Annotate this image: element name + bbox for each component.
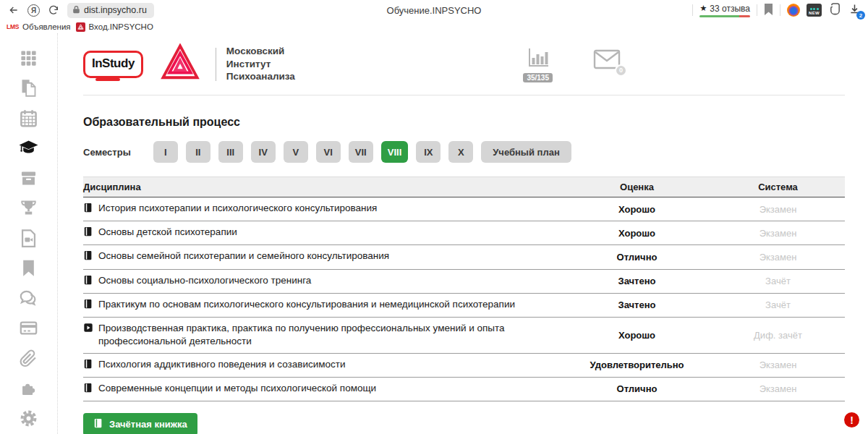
course-grade: Хорошо [563,330,711,341]
divider [216,48,216,81]
semester-tab-viii[interactable]: VIII [381,141,409,163]
course-grade: Удовлетворительно [563,359,711,370]
bookmark-lms[interactable]: LMS Объявления [7,22,71,31]
sidebar-item-attachments[interactable] [19,349,39,370]
page-title: Образовательный процесс [83,116,845,129]
course-grade: Зачтено [563,299,711,310]
star-icon: ★ [699,4,707,13]
course-system: Экзамен [711,359,845,370]
course-grade: Хорошо [563,204,711,215]
course-grade: Отлично [563,383,711,394]
sidebar-item-settings[interactable] [19,409,39,430]
sidebar-item-documents[interactable] [19,80,39,100]
lock-icon [72,5,80,16]
table-header: Дисциплина Оценка Система [83,176,845,197]
course-row[interactable]: Психология аддиктивного поведения и соза… [83,354,845,378]
book-icon [83,359,93,373]
curriculum-plan-button[interactable]: Учебный план [481,141,571,163]
progress-stats-button[interactable]: 35/135 [523,46,553,82]
semester-tab-ix[interactable]: IX [416,141,441,163]
course-row[interactable]: Основы детской психотерапииХорошоЭкзамен [83,221,845,245]
course-system: Зачёт [711,276,845,286]
semester-tab-vi[interactable]: VI [316,141,341,163]
sidebar-item-integrations[interactable] [19,380,39,400]
messages-badge: 0 [615,64,627,77]
refresh-button[interactable] [47,4,60,17]
course-row[interactable]: Основы социально-психологического тренин… [83,270,845,294]
course-system: Экзамен [711,383,845,394]
sidebar-item-education[interactable] [19,140,39,160]
downloads-button[interactable]: 2 [848,3,861,17]
course-name: Основы социально-психологического тренин… [83,274,563,289]
semester-tab-i[interactable]: I [153,141,178,163]
institute-name: Московский Институт Психоанализа [226,45,295,83]
credit-card-icon [19,318,38,341]
course-row[interactable]: Практикум по основам психологического ко… [83,294,845,318]
extension-icon[interactable] [828,3,842,18]
semester-tab-iv[interactable]: IV [251,141,276,163]
site-reviews-button[interactable]: ★ 33 отзыва [699,4,750,17]
course-row[interactable]: Производственная практика, практика по п… [83,318,845,353]
column-grade: Оценка [563,182,711,192]
course-name: Производственная практика, практика по п… [83,322,563,348]
bookmark-flag-icon[interactable] [764,4,773,17]
sidebar-item-calendar[interactable] [19,109,39,129]
gear-icon [19,409,38,431]
sidebar-item-bookmarks[interactable] [19,260,39,280]
semester-tab-v[interactable]: V [284,141,308,163]
book-icon [83,250,93,264]
course-name: Основы семейной психотерапии и семейного… [83,250,563,264]
book-icon [93,418,103,430]
browser-profile-icon[interactable]: Я [27,4,40,17]
course-row[interactable]: История психотерапии и психологического … [83,197,845,221]
lms-favicon: LMS [7,23,19,30]
course-system: Экзамен [711,252,845,263]
institute-logo[interactable] [161,43,200,85]
sidebar-item-messages[interactable] [19,289,39,310]
course-row[interactable]: Современные концепции и методы психологи… [83,378,845,401]
sidebar-item-payments[interactable] [19,320,39,340]
documents-icon [19,78,38,101]
new-extension-icon[interactable]: NEW [807,4,822,17]
book-icon [83,275,93,289]
error-alert-icon[interactable]: ! [844,412,859,427]
sidebar-item-dashboard[interactable] [19,49,39,69]
course-grade: Хорошо [563,228,711,239]
instudy-logo[interactable]: InStudy [83,51,143,78]
trophy-icon [19,198,38,221]
sidebar-item-video-materials[interactable] [19,229,39,250]
book-icon [83,203,93,216]
calendar-icon [19,109,38,131]
course-grade: Зачтено [563,276,711,286]
browser-extension-icon[interactable] [787,4,800,17]
course-row[interactable]: Основы семейной психотерапии и семейного… [83,245,845,269]
grades-table: Дисциплина Оценка Система История психот… [83,176,845,401]
site-header: InStudy Московский Институт Психоанализа [83,33,845,95]
puzzle-icon [19,378,38,401]
chat-icon [19,289,38,311]
course-system: Экзамен [711,204,845,215]
video-document-icon [19,229,38,251]
back-button[interactable] [7,4,20,17]
progress-badge: 35/135 [523,73,553,82]
bar-chart-icon [526,46,550,72]
graduation-cap-icon [19,138,38,161]
semester-tab-x[interactable]: X [448,141,473,163]
messages-button[interactable]: 0 [593,49,621,72]
semester-tab-ii[interactable]: II [186,141,210,163]
course-name: Практикум по основам психологического ко… [83,298,563,312]
address-bar[interactable]: dist.inpsycho.ru [67,3,154,18]
grid-icon [19,48,38,71]
sidebar-item-archive[interactable] [19,169,39,190]
semesters-label: Семестры [83,147,131,158]
paperclip-icon [19,349,38,371]
gradebook-button[interactable]: Зачётная книжка [83,413,197,434]
course-name: История психотерапии и психологического … [83,202,563,216]
sidebar-item-achievements[interactable] [19,200,39,220]
semester-tab-iii[interactable]: III [218,141,243,163]
semester-tab-vii[interactable]: VII [349,141,373,163]
book-icon [83,299,93,312]
bookmark-inpsycho[interactable]: Вход.INPSYCHO [76,22,153,32]
course-grade: Отлично [563,252,711,263]
address-text: dist.inpsycho.ru [84,5,147,15]
